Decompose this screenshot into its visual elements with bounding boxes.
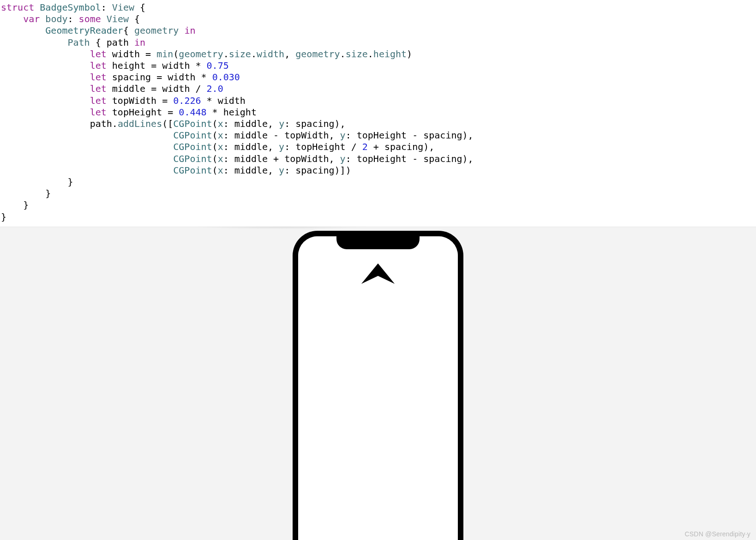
preview-canvas: CSDN @Serendipity·y: [0, 227, 756, 540]
svg-marker-0: [361, 264, 395, 284]
keyword-var: var: [23, 13, 40, 24]
type-view: View: [112, 2, 134, 13]
path-type: Path: [68, 37, 90, 48]
iphone-frame: [293, 231, 463, 540]
code-editor[interactable]: struct BadgeSymbol: View { var body: som…: [0, 0, 756, 227]
phone-top-shadow: [194, 227, 369, 229]
keyword-struct: struct: [1, 2, 34, 13]
iphone-notch: [336, 235, 420, 249]
badge-symbol-icon: [341, 261, 415, 317]
geometryreader: GeometryReader: [45, 25, 123, 36]
type-name: BadgeSymbol: [40, 2, 101, 13]
csdn-watermark: CSDN @Serendipity·y: [684, 530, 750, 538]
addlines-call: addLines: [118, 118, 162, 129]
preview-content: [298, 236, 458, 540]
